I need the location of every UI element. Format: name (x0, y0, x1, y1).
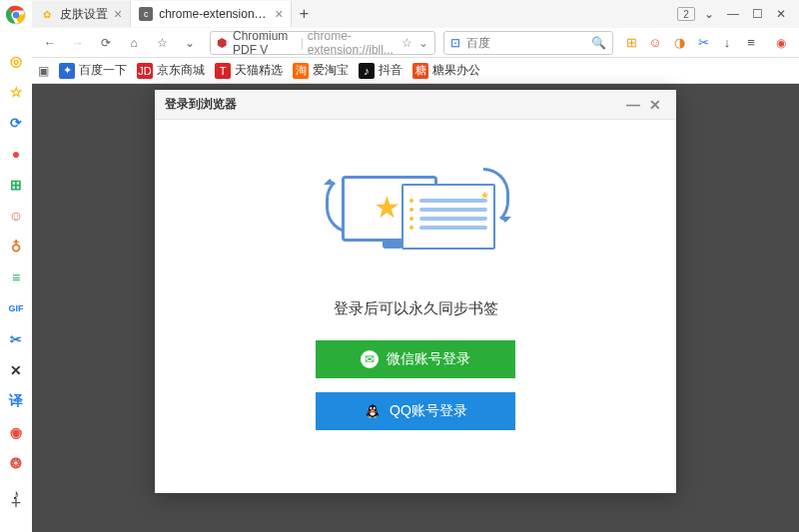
search-input[interactable] (466, 36, 585, 50)
bookmark-item[interactable]: JD京东商城 (137, 62, 205, 79)
minimize-button[interactable]: — (723, 4, 743, 24)
address-text: Chromium PDF V | chrome-extension://ibll… (233, 29, 396, 57)
tab-label: chrome-extension://ibllepbpa (159, 7, 269, 21)
bookmark-label: 爱淘宝 (313, 62, 349, 79)
sidebar-ext-icon[interactable]: ⊞ (5, 174, 27, 196)
dialog-close-button[interactable]: ✕ (644, 97, 666, 113)
toolbar-ext-icon[interactable]: ⊞ (621, 33, 641, 53)
wechat-login-button[interactable]: ✉ 微信账号登录 (316, 340, 515, 378)
tab-favicon-icon: ✿ (40, 7, 54, 21)
dropdown-icon[interactable]: ⌄ (699, 4, 719, 24)
svg-point-4 (370, 407, 372, 410)
sidebar-ext-icon[interactable]: ✂ (5, 328, 27, 350)
qq-login-button[interactable]: QQ账号登录 (316, 392, 515, 430)
forward-button[interactable]: → (66, 31, 90, 55)
tab-extension[interactable]: c chrome-extension://ibllepbpa × (131, 1, 292, 27)
avatar-icon[interactable]: ◉ (769, 31, 793, 55)
sidebar-ext-icon[interactable]: ◉ (5, 421, 27, 443)
bookmark-label: 京东商城 (157, 62, 205, 79)
svg-rect-10 (369, 411, 377, 412)
favorite-button[interactable]: ☆ (150, 31, 174, 55)
tab-favicon-icon: c (139, 7, 153, 21)
maximize-button[interactable]: ☐ (747, 4, 767, 24)
back-button[interactable]: ← (38, 31, 62, 55)
address-dropdown-icon[interactable]: ⌄ (418, 36, 428, 50)
sidebar-ext-icon[interactable]: ☆ (5, 81, 27, 103)
svg-point-9 (374, 416, 377, 418)
bookmarks-bar: ▣ ✦百度一下JD京东商城T天猫精选淘爱淘宝♪抖音糖糖果办公 (32, 58, 799, 84)
qq-button-label: QQ账号登录 (390, 402, 467, 420)
bookmark-item[interactable]: 糖糖果办公 (412, 62, 480, 79)
toolbar-ext-icon[interactable]: ✂ (693, 33, 713, 53)
svg-point-5 (374, 407, 376, 410)
bookmark-icon: ♪ (359, 63, 375, 79)
wechat-icon: ✉ (361, 350, 379, 368)
sidebar-ext-icon[interactable]: ♁ (5, 236, 27, 258)
dialog-message: 登录后可以永久同步书签 (334, 299, 498, 318)
search-bar[interactable]: ⊡ 🔍 (443, 31, 613, 55)
content-area: 登录到浏览器 — ✕ ★ ★ 登录后可以永久同步书签 ✉ 微信账号登录 (32, 84, 799, 532)
sidebar-ext-icon[interactable]: ◎ (5, 50, 27, 72)
dialog-titlebar: 登录到浏览器 — ✕ (155, 90, 676, 120)
toolbar: ← → ⟳ ⌂ ☆ ⌄ ⬢ Chromium PDF V | chrome-ex… (32, 28, 799, 58)
tabcount-badge[interactable]: 2 (677, 7, 695, 21)
bookmark-icon: ✦ (59, 63, 75, 79)
dialog-minimize-button[interactable]: — (622, 97, 644, 113)
separator-icon: | (301, 36, 304, 50)
bookmarks-folder-icon[interactable]: ▣ (38, 64, 49, 78)
bookmark-label: 抖音 (379, 62, 402, 79)
tabstrip: ✿ 皮肤设置 × c chrome-extension://ibllepbpa … (32, 0, 669, 28)
sidebar-ext-icon[interactable]: ● (5, 143, 27, 165)
svg-point-1 (13, 12, 19, 18)
new-tab-button[interactable]: + (292, 5, 316, 23)
wechat-button-label: 微信账号登录 (387, 350, 470, 368)
sidebar-ext-icon[interactable]: GIF (5, 297, 27, 319)
toolbar-ext-icon[interactable]: ☺ (645, 33, 665, 53)
toolbar-ext-icon[interactable]: ≡ (741, 33, 761, 53)
search-icon[interactable]: 🔍 (591, 36, 606, 50)
bookmark-item[interactable]: 淘爱淘宝 (293, 62, 349, 79)
login-dialog: 登录到浏览器 — ✕ ★ ★ 登录后可以永久同步书签 ✉ 微信账号登录 (155, 90, 676, 493)
tab-close-icon[interactable]: × (275, 6, 283, 22)
toolbar-ext-icon[interactable]: ◑ (669, 33, 689, 53)
toolbar-ext-icon[interactable]: ↓ (717, 33, 737, 53)
address-prefix: Chromium PDF V (233, 29, 297, 57)
reload-button[interactable]: ⟳ (94, 31, 118, 55)
sidebar-ext-icon[interactable]: ⟳ (5, 112, 27, 134)
right-extensions: ⊞☺◑✂↓≡ (617, 33, 765, 53)
bookmark-star-icon[interactable]: ☆ (401, 36, 412, 50)
bookmark-icon: 淘 (293, 63, 309, 79)
history-dropdown-icon[interactable]: ⌄ (178, 31, 202, 55)
baidu-icon: ⊡ (450, 36, 460, 50)
sidebar-ext-icon[interactable]: ≡ (5, 266, 27, 288)
tab-close-icon[interactable]: × (114, 6, 122, 22)
pdf-icon: ⬢ (217, 36, 227, 50)
svg-point-6 (371, 409, 375, 411)
tab-skin-settings[interactable]: ✿ 皮肤设置 × (32, 1, 131, 27)
sidebar-ext-icon[interactable]: ❂ (5, 452, 27, 474)
close-window-button[interactable]: ✕ (771, 4, 791, 24)
sidebar-ext-icon[interactable]: ✕ (5, 359, 27, 381)
bookmark-label: 百度一下 (79, 62, 127, 79)
address-url: chrome-extension://ibll... (308, 29, 396, 57)
bookmark-item[interactable]: ✦百度一下 (59, 62, 127, 79)
bookmark-icon: JD (137, 63, 153, 79)
add-button[interactable]: + (5, 492, 27, 514)
bookmark-label: 天猫精选 (235, 62, 283, 79)
sidebar-ext-icon[interactable]: 译 (5, 390, 27, 412)
bookmark-item[interactable]: T天猫精选 (215, 62, 283, 79)
sidebar-ext-icon[interactable]: ☺ (5, 205, 27, 227)
tab-label: 皮肤设置 (60, 6, 108, 23)
address-bar[interactable]: ⬢ Chromium PDF V | chrome-extension://ib… (210, 31, 435, 55)
window-controls: 2 ⌄ — ☐ ✕ (669, 4, 799, 24)
browser-logo-icon (5, 4, 27, 26)
dialog-body: ★ ★ 登录后可以永久同步书签 ✉ 微信账号登录 QQ账号登录 (155, 120, 676, 444)
bookmark-icon: 糖 (412, 63, 428, 79)
svg-point-8 (369, 416, 372, 418)
bookmark-label: 糖果办公 (432, 62, 480, 79)
bookmark-icon: T (215, 63, 231, 79)
dialog-title: 登录到浏览器 (165, 96, 237, 113)
home-button[interactable]: ⌂ (122, 31, 146, 55)
bookmark-item[interactable]: ♪抖音 (359, 62, 402, 79)
titlebar: ✿ 皮肤设置 × c chrome-extension://ibllepbpa … (0, 0, 799, 28)
